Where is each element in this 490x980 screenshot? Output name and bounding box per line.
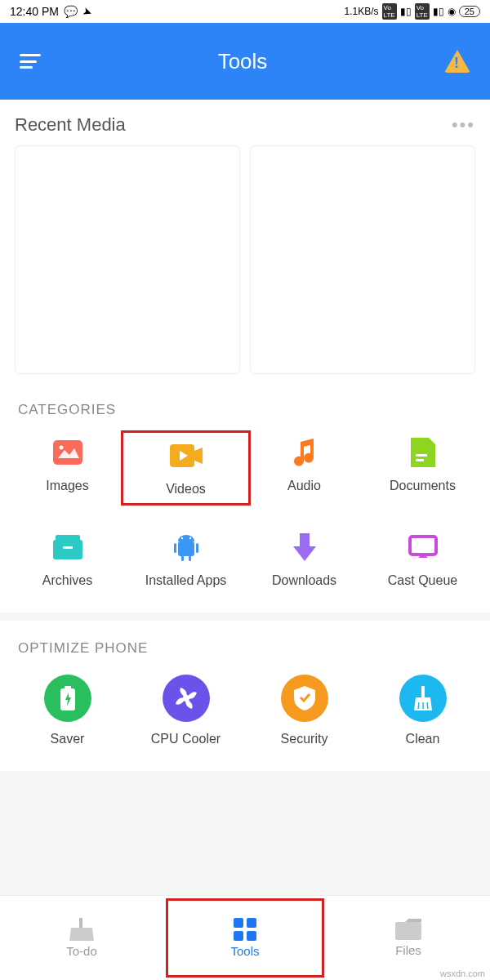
svg-rect-16 <box>410 537 436 555</box>
category-label: Archives <box>42 573 92 588</box>
category-cast-queue[interactable]: Cast Queue <box>363 531 482 588</box>
category-label: Documents <box>390 479 456 493</box>
svg-rect-0 <box>53 440 82 465</box>
recent-media-title: Recent Media <box>15 114 126 136</box>
category-images[interactable]: Images <box>8 436 127 500</box>
optimize-section: OPTIMIZE PHONE Saver CPU Cooler Security… <box>0 621 490 771</box>
svg-rect-5 <box>53 540 82 559</box>
archives-icon <box>51 531 84 564</box>
android-icon <box>170 531 203 564</box>
categories-title: CATEGORIES <box>18 402 482 418</box>
status-time: 12:40 PM <box>10 5 59 18</box>
shield-icon <box>281 675 328 722</box>
category-label: Cast Queue <box>388 573 457 588</box>
svg-rect-8 <box>178 541 194 556</box>
net-speed: 1.1KB/s <box>345 6 379 17</box>
optimize-label: Security <box>281 732 328 746</box>
svg-rect-13 <box>181 555 184 561</box>
svg-rect-12 <box>196 543 198 553</box>
chat-icon: 💬 <box>64 5 78 18</box>
more-icon[interactable]: ••• <box>452 114 475 136</box>
category-documents[interactable]: Documents <box>363 436 482 500</box>
volte-icon-2: VoLTE <box>415 3 430 20</box>
warning-icon[interactable] <box>444 50 470 73</box>
documents-icon <box>407 436 439 469</box>
svg-rect-15 <box>300 533 310 548</box>
svg-rect-3 <box>416 454 427 457</box>
images-icon <box>51 436 84 469</box>
media-card[interactable] <box>250 145 475 374</box>
media-card[interactable] <box>15 145 240 374</box>
category-archives[interactable]: Archives <box>8 531 127 588</box>
signal-icon-2: ▮▯ <box>433 6 444 17</box>
broom-icon <box>399 675 447 722</box>
svg-rect-20 <box>421 686 425 697</box>
optimize-cpu-cooler[interactable]: CPU Cooler <box>127 675 245 746</box>
category-installed-apps[interactable]: Installed Apps <box>127 531 245 588</box>
category-label: Videos <box>166 482 206 497</box>
audio-icon <box>288 436 321 469</box>
svg-rect-26 <box>247 918 256 928</box>
optimize-saver[interactable]: Saver <box>8 675 127 746</box>
categories-section: CATEGORIES Images Videos Audio Documents <box>0 382 490 612</box>
nav-label: Files <box>395 943 421 957</box>
recent-media-section: Recent Media ••• <box>0 100 490 382</box>
cast-icon <box>407 531 439 564</box>
nav-todo[interactable]: To-do <box>0 896 163 980</box>
category-downloads[interactable]: Downloads <box>245 531 363 588</box>
page-title: Tools <box>218 49 268 74</box>
svg-rect-14 <box>189 555 191 561</box>
optimize-label: Clean <box>406 732 440 746</box>
videos-icon <box>170 439 203 472</box>
folder-icon <box>395 919 421 940</box>
category-label: Downloads <box>272 573 336 588</box>
download-icon <box>288 531 321 564</box>
svg-point-1 <box>59 446 63 450</box>
app-bar: Tools <box>0 23 490 100</box>
optimize-security[interactable]: Security <box>245 675 363 746</box>
optimize-label: CPU Cooler <box>151 732 220 746</box>
category-label: Installed Apps <box>145 573 227 588</box>
svg-line-21 <box>418 702 419 709</box>
category-label: Images <box>46 479 88 493</box>
signal-icon-1: ▮▯ <box>400 6 412 17</box>
wifi-icon: ◉ <box>448 6 456 17</box>
fan-icon <box>163 675 210 722</box>
svg-rect-27 <box>234 931 243 941</box>
nav-label: To-do <box>66 944 97 958</box>
svg-rect-11 <box>174 543 176 553</box>
svg-line-23 <box>427 702 428 709</box>
battery-icon <box>44 675 91 722</box>
svg-rect-17 <box>65 686 71 688</box>
send-icon: ➤ <box>81 3 95 19</box>
status-bar: 12:40 PM 💬 ➤ 1.1KB/s VoLTE ▮▯ VoLTE ▮▯ ◉… <box>0 0 490 23</box>
category-videos[interactable]: Videos <box>127 436 245 500</box>
volte-icon-1: VoLTE <box>382 3 397 20</box>
menu-icon[interactable] <box>20 54 41 69</box>
svg-rect-7 <box>63 546 73 549</box>
svg-rect-24 <box>79 918 82 928</box>
svg-rect-25 <box>234 918 243 928</box>
battery-indicator: 25 <box>459 6 480 17</box>
svg-point-10 <box>189 537 190 539</box>
nav-label: Tools <box>230 944 259 958</box>
optimize-title: OPTIMIZE PHONE <box>18 640 482 657</box>
svg-rect-28 <box>247 931 256 941</box>
nav-tools[interactable]: Tools <box>163 896 327 980</box>
svg-rect-6 <box>56 535 80 541</box>
category-audio[interactable]: Audio <box>245 436 363 500</box>
watermark: wsxdn.com <box>440 969 485 978</box>
svg-point-9 <box>180 537 182 539</box>
optimize-clean[interactable]: Clean <box>363 675 482 746</box>
tools-icon <box>234 918 256 941</box>
svg-rect-29 <box>395 922 421 940</box>
todo-icon <box>69 918 94 941</box>
svg-rect-4 <box>416 459 424 461</box>
optimize-label: Saver <box>51 732 85 746</box>
nav-files[interactable]: Files <box>327 896 490 980</box>
bottom-nav: To-do Tools Files <box>0 895 490 980</box>
category-label: Audio <box>287 479 321 493</box>
